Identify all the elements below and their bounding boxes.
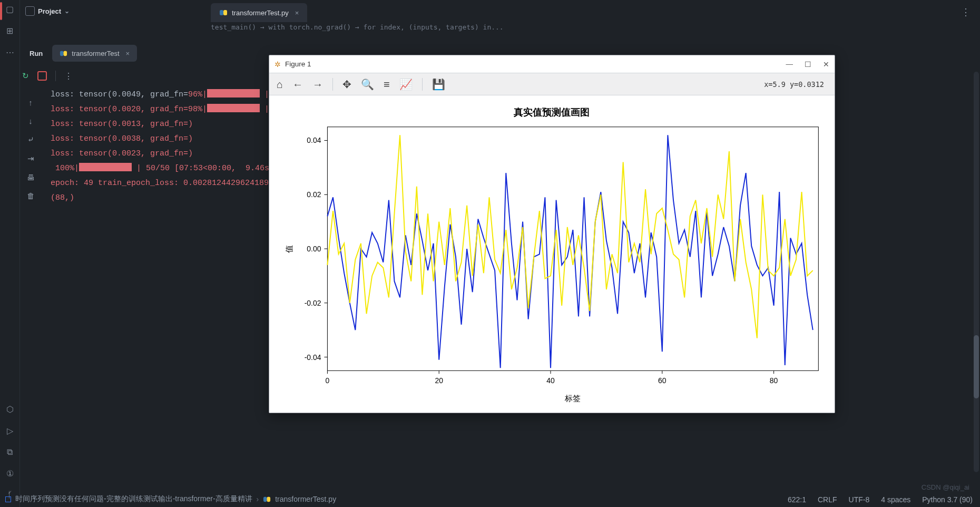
trash-icon[interactable]: 🗑 xyxy=(27,191,35,200)
toolbar-sep xyxy=(332,78,333,91)
watermark: CSDN @qiqi_ai xyxy=(922,483,969,491)
status-bar-right: 622:1 CRLF UTF-8 4 spaces Python 3.7 (90… xyxy=(788,495,973,504)
editor-tab-label: transformerTest.py xyxy=(232,9,289,17)
pan-icon[interactable]: ✥ xyxy=(342,79,351,90)
project-icon xyxy=(25,6,35,16)
maximize-icon[interactable]: ☐ xyxy=(805,60,811,69)
breadcrumb-sep: › xyxy=(257,495,259,503)
kebab-menu-icon[interactable]: ⋮ xyxy=(961,6,971,18)
svg-text:0.00: 0.00 xyxy=(307,245,321,253)
vertical-scrollbar[interactable] xyxy=(974,72,979,472)
module-icon xyxy=(5,496,11,502)
project-dropdown[interactable]: Project ⌄ xyxy=(25,6,70,16)
save-icon[interactable]: 💾 xyxy=(432,79,445,90)
close-tab-icon[interactable]: × xyxy=(295,9,299,17)
path-breadcrumb: 时间序列预测没有任何问题-完整的训练测试输出-transformer-高质量精讲… xyxy=(5,494,336,504)
up-arrow-icon[interactable]: ↑ xyxy=(28,98,33,107)
svg-text:-0.04: -0.04 xyxy=(305,353,321,362)
run-tab-label: transformerTest xyxy=(72,50,119,57)
run-action-bar: ↻ ⋮ xyxy=(22,71,73,81)
figure-titlebar[interactable]: ✲ Figure 1 — ☐ ✕ xyxy=(269,55,835,73)
subplots-icon[interactable]: ≡ xyxy=(384,79,390,90)
run-title: Run xyxy=(30,50,43,57)
structure-icon[interactable]: ⊞ xyxy=(6,26,13,36)
top-bar: Project ⌄ xyxy=(20,0,980,22)
breadcrumb-file[interactable]: transformerTest.py xyxy=(275,495,336,503)
cursor-coord: x=5.9 y=0.0312 xyxy=(764,80,827,89)
breadcrumb-folder[interactable]: 时间序列预测没有任何问题-完整的训练测试输出-transformer-高质量精讲 xyxy=(15,494,252,504)
more-icon[interactable]: ⋯ xyxy=(6,47,14,57)
figure-app-icon: ✲ xyxy=(275,60,281,69)
debug-icon[interactable]: ⬡ xyxy=(6,404,14,414)
forward-icon[interactable]: → xyxy=(312,79,323,90)
editor-tab[interactable]: transformerTest.py × xyxy=(211,3,307,22)
encoding[interactable]: UTF-8 xyxy=(849,495,870,504)
left-icon-strip: ▢ ⊞ ⋯ ⬡ ▷ ⧉ ① ᚶ xyxy=(0,0,20,507)
scroll-to-end-icon[interactable]: ⇥ xyxy=(27,154,34,163)
svg-text:-0.02: -0.02 xyxy=(305,299,321,307)
scrollbar-thumb[interactable] xyxy=(974,335,979,398)
svg-text:值: 值 xyxy=(285,245,293,253)
svg-text:20: 20 xyxy=(435,376,443,385)
back-icon[interactable]: ← xyxy=(292,79,303,90)
run-side-toolbar: ↑ ↓ ⤶ ⇥ 🖶 🗑 xyxy=(20,98,41,200)
svg-text:标签: 标签 xyxy=(564,394,581,403)
run-config-tab[interactable]: transformerTest × xyxy=(52,45,137,62)
run-panel-header: Run transformerTest × xyxy=(20,43,137,63)
stop-button[interactable] xyxy=(37,71,47,81)
axes-icon[interactable]: 📈 xyxy=(399,79,413,90)
project-label: Project xyxy=(38,7,61,15)
minimize-icon[interactable]: — xyxy=(786,60,793,69)
code-breadcrumb: test_main() → with torch.no_grad() → for… xyxy=(211,23,504,31)
print-icon[interactable]: 🖶 xyxy=(27,173,35,182)
svg-text:60: 60 xyxy=(658,376,667,385)
more-actions-icon[interactable]: ⋮ xyxy=(64,71,73,81)
editor-tabs: transformerTest.py × xyxy=(211,0,307,22)
figure-title: Figure 1 xyxy=(285,60,311,68)
problems-icon[interactable]: ① xyxy=(6,469,14,479)
svg-text:0.02: 0.02 xyxy=(307,190,321,199)
run-tool-icon[interactable]: ▷ xyxy=(7,426,13,436)
close-window-icon[interactable]: ✕ xyxy=(823,60,829,69)
svg-text:0: 0 xyxy=(326,376,330,385)
svg-text:真实值预测值画图: 真实值预测值画图 xyxy=(514,107,590,118)
python-icon xyxy=(60,50,67,57)
toolbar-sep xyxy=(422,78,423,91)
svg-text:40: 40 xyxy=(546,376,555,385)
terminal-icon[interactable]: ⧉ xyxy=(7,447,13,457)
svg-text:0.04: 0.04 xyxy=(307,136,321,144)
home-icon[interactable]: ⌂ xyxy=(277,79,283,90)
chevron-down-icon: ⌄ xyxy=(64,7,70,15)
down-arrow-icon[interactable]: ↓ xyxy=(28,116,33,125)
figure-toolbar: ⌂ ← → ✥ 🔍 ≡ 📈 💾 x=5.9 y=0.0312 xyxy=(269,73,835,95)
line-separator[interactable]: CRLF xyxy=(818,495,837,504)
zoom-icon[interactable]: 🔍 xyxy=(361,79,374,90)
close-run-tab-icon[interactable]: × xyxy=(126,50,130,57)
active-marker xyxy=(0,2,2,20)
svg-text:80: 80 xyxy=(770,376,778,385)
divider xyxy=(55,71,56,81)
plot-area[interactable]: 真实值预测值画图标签值-0.04-0.020.000.020.040204060… xyxy=(269,95,835,413)
figure-window[interactable]: ✲ Figure 1 — ☐ ✕ ⌂ ← → ✥ 🔍 ≡ 📈 💾 x=5.9 y… xyxy=(269,55,835,413)
python-icon xyxy=(263,495,271,503)
project-tool-icon[interactable]: ▢ xyxy=(6,4,14,14)
caret-position[interactable]: 622:1 xyxy=(788,495,806,504)
rerun-button[interactable]: ↻ xyxy=(22,71,29,81)
soft-wrap-icon[interactable]: ⤶ xyxy=(27,135,34,144)
python-icon xyxy=(219,8,228,17)
interpreter[interactable]: Python 3.7 (90) xyxy=(922,495,973,504)
indent[interactable]: 4 spaces xyxy=(881,495,910,504)
